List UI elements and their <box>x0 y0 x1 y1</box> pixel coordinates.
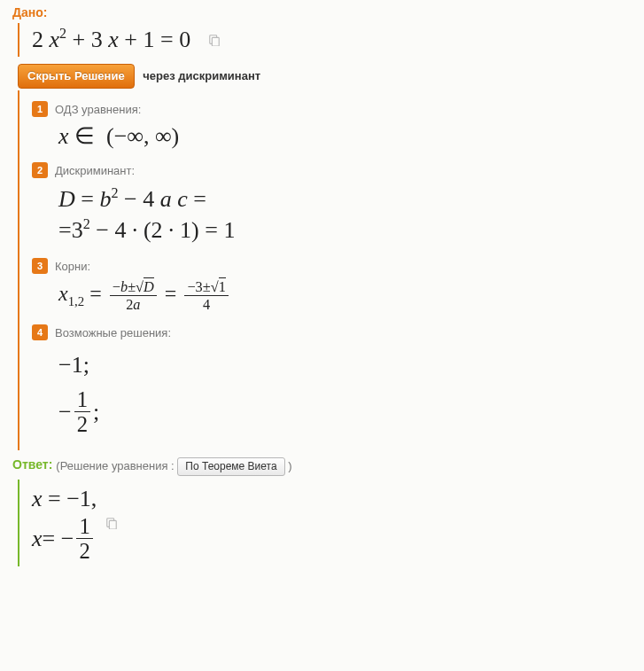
step-label: Возможные решения: <box>55 326 171 339</box>
answer-math: x = −1,x = −12 <box>32 483 97 563</box>
answer-block: x = −1,x = −12 <box>18 480 635 566</box>
answer-heading: Ответ: <box>12 457 52 472</box>
step-badge: 4 <box>32 324 48 340</box>
solution-method-label: через дискриминант <box>143 69 260 82</box>
step-3-math: x1,2 = −b±√D2a = −3±√14 <box>58 279 635 312</box>
answer-heading-row: Ответ: (Решение уравнения : По Теореме В… <box>12 457 635 476</box>
step-4-row: 4 Возможные решения: <box>32 324 635 340</box>
step-badge: 3 <box>32 258 48 274</box>
step-2-math: D = b2 − 4 a c ==32 − 4 · (2 · 1) = 1 <box>58 183 635 246</box>
step-1-row: 1 ОДЗ уравнения: <box>32 101 635 117</box>
hide-solution-button[interactable]: Скрыть Решение <box>18 64 135 89</box>
copy-icon[interactable] <box>105 517 118 529</box>
step-4-math: −1;−12; <box>58 346 635 440</box>
given-equation: 2 x2 + 3 x + 1 = 0 <box>32 27 190 53</box>
step-label: Дискриминант: <box>55 164 135 177</box>
svg-rect-1 <box>212 37 219 46</box>
step-badge: 2 <box>32 162 48 178</box>
step-1-math: x ∈ (−∞, ∞) <box>58 122 635 150</box>
answer-note-suffix: ) <box>288 459 291 472</box>
toggle-row: Скрыть Решение через дискриминант <box>12 64 635 89</box>
vieta-button[interactable]: По Теореме Виета <box>177 457 284 476</box>
answer-note-prefix: (Решение уравнения : <box>56 459 174 472</box>
given-block: 2 x2 + 3 x + 1 = 0 <box>18 23 635 57</box>
copy-icon[interactable] <box>208 34 221 46</box>
step-label: Корни: <box>55 260 90 273</box>
step-badge: 1 <box>32 101 48 117</box>
solution-block: 1 ОДЗ уравнения: x ∈ (−∞, ∞) 2 Дискримин… <box>18 90 635 450</box>
step-label: ОДЗ уравнения: <box>55 103 141 116</box>
step-2-row: 2 Дискриминант: <box>32 162 635 178</box>
svg-rect-3 <box>110 521 117 530</box>
step-3-row: 3 Корни: <box>32 258 635 274</box>
given-heading: Дано: <box>12 5 635 20</box>
